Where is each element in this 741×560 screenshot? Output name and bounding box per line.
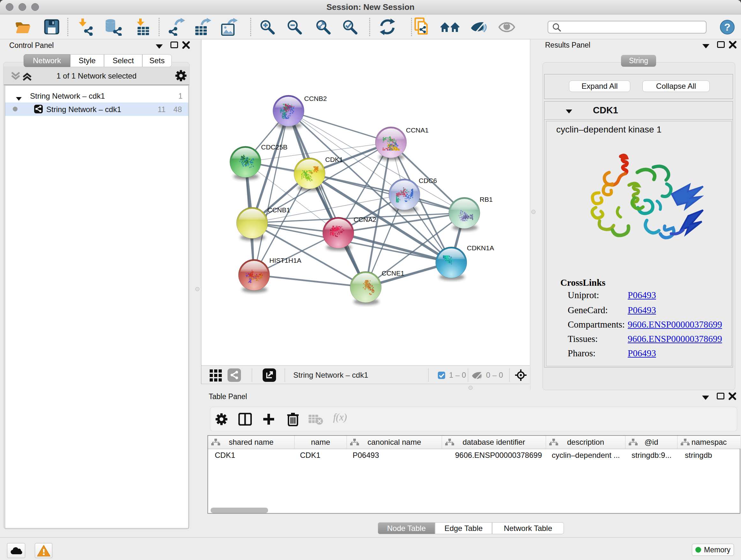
svg-text:CCNA2: CCNA2 — [354, 216, 376, 223]
svg-text:RB1: RB1 — [480, 196, 493, 203]
svg-text:CDKN1A: CDKN1A — [467, 244, 494, 252]
svg-text:HIST1H1A: HIST1H1A — [269, 257, 301, 264]
svg-text:CCNA1: CCNA1 — [406, 126, 428, 134]
svg-text:CCNE1: CCNE1 — [382, 269, 404, 277]
svg-text:CDC25B: CDC25B — [261, 143, 287, 151]
svg-text:?: ? — [724, 21, 731, 33]
svg-text:CDC6: CDC6 — [419, 177, 437, 184]
svg-text:CCNB1: CCNB1 — [267, 206, 290, 213]
svg-text:CDK1: CDK1 — [325, 156, 343, 163]
svg-text:CCNB2: CCNB2 — [304, 95, 327, 102]
